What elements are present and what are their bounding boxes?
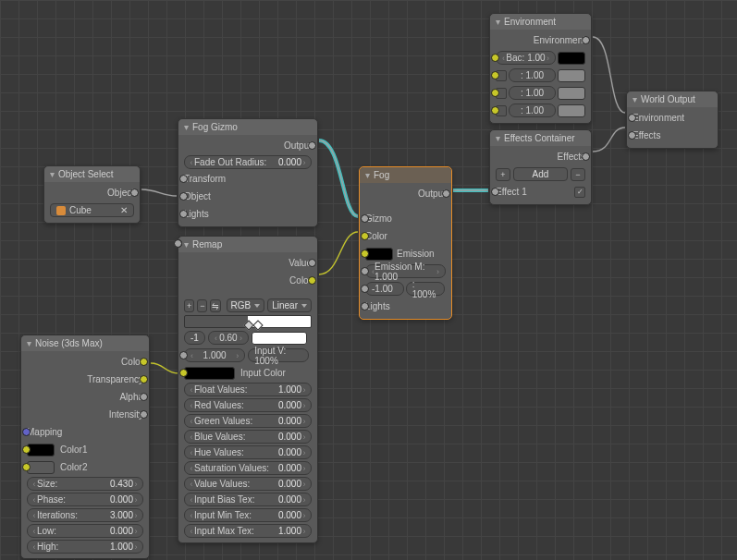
socket[interactable] — [308, 141, 316, 150]
node-header[interactable]: ▾Remap — [178, 237, 317, 252]
socket[interactable] — [628, 131, 636, 140]
add-icon[interactable]: + — [184, 299, 194, 312]
collapse-icon[interactable]: ▾ — [365, 170, 370, 180]
val[interactable]: : 1.00 — [509, 86, 556, 100]
remove-icon[interactable]: − — [571, 168, 585, 181]
socket[interactable] — [179, 192, 188, 201]
add-icon[interactable]: + — [496, 168, 510, 181]
socket-out[interactable] — [130, 189, 139, 197]
val[interactable]: : 1.00 — [509, 68, 556, 82]
socket[interactable] — [491, 71, 499, 79]
gradient-ramp[interactable] — [184, 315, 312, 328]
socket[interactable] — [361, 302, 369, 310]
remove-icon[interactable]: − — [197, 299, 207, 312]
socket[interactable] — [308, 259, 316, 267]
param-bluevalues[interactable]: ‹Blue Values:0.000› — [184, 430, 312, 444]
stop-color[interactable] — [252, 332, 307, 345]
node-header[interactable]: ▾World Output — [627, 91, 718, 107]
node-effects-container[interactable]: ▾Effects Container Effects +Add− Effect … — [489, 129, 592, 205]
node-object-select[interactable]: ▾Object Select Object Cube✕ — [43, 165, 141, 224]
node-header[interactable]: ▾Object Select — [44, 166, 140, 182]
val[interactable]: : 1.00 — [509, 103, 556, 117]
swatch[interactable] — [558, 69, 585, 82]
node-remap[interactable]: ▾Remap Value Color + − ⇋ RGB Linear -1 ‹… — [178, 236, 318, 543]
socket[interactable] — [361, 214, 369, 223]
param-saturationvalues[interactable]: ‹Saturation Values:0.000› — [184, 461, 312, 475]
socket[interactable] — [179, 210, 188, 218]
socket[interactable] — [491, 106, 499, 115]
node-fog[interactable]: ▾Fog Output Gizmo Color Emission ‹Emissi… — [359, 166, 452, 320]
mode-dropdown[interactable]: RGB — [227, 298, 265, 312]
param-low[interactable]: ‹Low:0.000› — [27, 524, 143, 538]
input-value-pct[interactable]: Input V: 100% — [248, 348, 309, 362]
node-header[interactable]: ▾Environment — [490, 14, 591, 30]
color-swatch[interactable] — [27, 444, 55, 457]
node-header[interactable]: ▾Fog Gizmo — [178, 119, 317, 135]
param-huevalues[interactable]: ‹Hue Values:0.000› — [184, 445, 312, 459]
socket[interactable] — [308, 276, 316, 285]
socket[interactable] — [628, 114, 636, 122]
param-valuevalues[interactable]: ‹Value Values:0.000› — [184, 477, 312, 491]
socket[interactable] — [22, 428, 31, 436]
socket[interactable] — [22, 463, 31, 471]
socket[interactable] — [582, 36, 590, 44]
interp-dropdown[interactable]: Linear — [267, 298, 312, 312]
socket[interactable] — [140, 393, 148, 401]
index-field[interactable]: -1 — [184, 331, 205, 345]
socket[interactable] — [491, 54, 499, 62]
color-stop[interactable] — [252, 320, 263, 330]
val2[interactable]: : 100% — [406, 282, 445, 296]
param-floatvalues[interactable]: ‹Float Values:1.000› — [184, 383, 312, 396]
node-noise[interactable]: ▾Noise (3ds Max) Color Transparency Alph… — [20, 335, 150, 559]
effect-toggle[interactable]: ✓ — [574, 187, 585, 198]
emission-swatch[interactable] — [365, 248, 393, 261]
val1[interactable]: -1.00 — [365, 282, 404, 296]
socket[interactable] — [361, 267, 369, 275]
param-iterations[interactable]: ‹Iterations:3.000› — [27, 508, 143, 522]
flip-icon[interactable]: ⇋ — [210, 299, 220, 312]
bg-color-val[interactable]: ‹Bac: 1.00› — [496, 51, 556, 65]
param-inputbiastex[interactable]: ‹Input Bias Tex:0.000› — [184, 493, 312, 506]
node-header[interactable]: ▾Noise (3ds Max) — [21, 335, 149, 351]
collapse-icon[interactable]: ▾ — [496, 133, 500, 143]
add-button[interactable]: Add — [513, 167, 568, 181]
collapse-icon[interactable]: ▾ — [496, 17, 500, 27]
fade-out-radius[interactable]: ‹Fade Out Radius:0.000› — [184, 155, 312, 169]
input-color-swatch[interactable] — [184, 367, 235, 380]
socket[interactable] — [491, 188, 499, 196]
collapse-icon[interactable]: ▾ — [633, 94, 637, 104]
socket[interactable] — [361, 232, 369, 240]
socket[interactable] — [361, 285, 369, 293]
color-swatch[interactable] — [27, 461, 55, 474]
param-size[interactable]: ‹Size:0.430› — [27, 477, 143, 491]
swatch[interactable] — [558, 87, 585, 100]
param-phase[interactable]: ‹Phase:0.000› — [27, 493, 143, 506]
node-environment[interactable]: ▾Environment Environment ‹Bac: 1.00› : 1… — [489, 13, 592, 124]
node-header[interactable]: ▾Fog — [360, 167, 451, 183]
node-world-output[interactable]: ▾World Output Environment Effects — [626, 91, 719, 149]
input-value[interactable]: ‹1.000› — [184, 348, 245, 362]
collapse-icon[interactable]: ▾ — [184, 122, 189, 132]
socket[interactable] — [174, 239, 182, 248]
socket[interactable] — [179, 175, 188, 183]
socket[interactable] — [179, 369, 188, 377]
collapse-icon[interactable]: ▾ — [184, 239, 189, 250]
node-header[interactable]: ▾Effects Container — [490, 130, 591, 146]
pos-field[interactable]: ‹0.60› — [208, 331, 249, 345]
socket[interactable] — [179, 351, 188, 359]
param-inputmintex[interactable]: ‹Input Min Tex:0.000› — [184, 508, 312, 522]
socket[interactable] — [361, 250, 369, 258]
emission-mult[interactable]: ‹Emission M: 1.000› — [365, 264, 446, 278]
collapse-icon[interactable]: ▾ — [27, 338, 31, 348]
collapse-icon[interactable]: ▾ — [50, 169, 55, 179]
object-picker[interactable]: Cube✕ — [50, 203, 134, 217]
swatch[interactable] — [558, 104, 585, 117]
param-redvalues[interactable]: ‹Red Values:0.000› — [184, 398, 312, 412]
socket[interactable] — [22, 445, 31, 454]
socket[interactable] — [140, 410, 148, 419]
socket[interactable] — [582, 152, 590, 161]
socket[interactable] — [140, 375, 148, 383]
param-inputmaxtex[interactable]: ‹Input Max Tex:1.000› — [184, 524, 312, 538]
socket[interactable] — [140, 358, 148, 366]
param-high[interactable]: ‹High:1.000› — [27, 540, 143, 554]
